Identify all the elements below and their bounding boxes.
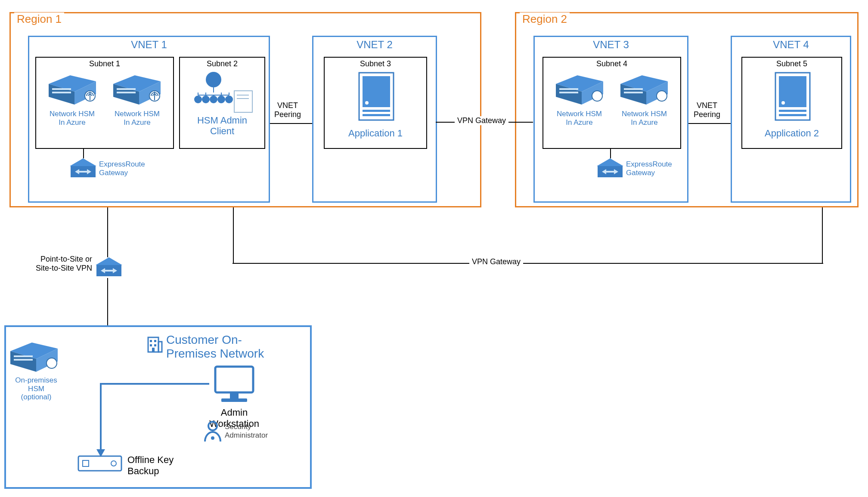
- connector-line: [232, 262, 823, 264]
- hsm-1b-caption: Network HSM In Azure: [115, 110, 160, 127]
- svg-point-18: [217, 96, 225, 103]
- vpn-gateway-2-label: VPN Gateway: [469, 257, 523, 266]
- vnet-4: VNET 4 Subnet 5 Application 2: [731, 36, 851, 203]
- svg-rect-77: [221, 398, 247, 402]
- svg-rect-71: [14, 355, 33, 357]
- gateway-icon: [94, 256, 124, 278]
- connector-line: [107, 278, 108, 325]
- subnet-4-label: Subnet 4: [543, 59, 680, 68]
- building-icon: [146, 334, 163, 353]
- svg-point-73: [46, 358, 57, 368]
- connector-line: [232, 207, 234, 263]
- vnet-peering-1-label: VNET Peering: [274, 101, 301, 119]
- customer-onprem-network: Customer On- Premises Network On-premise…: [4, 325, 312, 489]
- svg-point-40: [657, 91, 667, 101]
- svg-point-8: [206, 72, 221, 87]
- svg-point-49: [781, 101, 785, 105]
- svg-rect-51: [779, 114, 806, 116]
- svg-rect-35: [559, 88, 578, 90]
- subnet-3-label: Subnet 3: [325, 59, 426, 68]
- gateway-icon: [595, 157, 625, 179]
- svg-marker-41: [597, 158, 623, 166]
- subnet-5: Subnet 5 Application 2: [741, 57, 842, 149]
- app-1-caption: Application 1: [325, 128, 426, 139]
- svg-point-15: [194, 96, 202, 103]
- subnet-3: Subnet 3 Application 1: [324, 57, 427, 149]
- subnet-4: Subnet 4: [542, 57, 681, 149]
- hsm-1a-caption: Network HSM In Azure: [50, 110, 95, 127]
- svg-rect-0: [52, 88, 71, 90]
- connector-line: [83, 149, 84, 158]
- svg-rect-70: [158, 342, 162, 352]
- hsm-4b-caption: Network HSM In Azure: [622, 110, 667, 127]
- svg-rect-1: [52, 92, 71, 93]
- svg-point-37: [592, 91, 602, 101]
- vnet-1: VNET 1 Subnet 1: [28, 36, 270, 203]
- connector-line: [270, 123, 312, 124]
- svg-point-16: [202, 96, 210, 103]
- svg-rect-5: [117, 92, 136, 93]
- gateway-icon: [68, 157, 98, 179]
- svg-marker-23: [70, 158, 96, 166]
- app-icon: [350, 71, 401, 126]
- vnet-2: VNET 2 Subnet 3 Application 1: [312, 36, 437, 203]
- svg-rect-38: [624, 88, 643, 90]
- svg-marker-83: [96, 449, 105, 457]
- svg-rect-65: [150, 340, 152, 342]
- svg-rect-67: [150, 344, 152, 346]
- subnet-5-label: Subnet 5: [742, 59, 841, 68]
- svg-marker-58: [96, 257, 122, 265]
- workflow-arrow: [93, 383, 214, 465]
- svg-rect-45: [606, 171, 614, 173]
- subnet-1: Subnet 1: [35, 57, 174, 149]
- svg-rect-33: [363, 114, 390, 116]
- er-gateway-2-label: ExpressRoute Gateway: [626, 160, 672, 177]
- svg-rect-62: [105, 270, 113, 272]
- region-2: Region 2 VNET 3 Subnet 4: [515, 12, 859, 207]
- workstation-icon: [208, 364, 260, 405]
- vnet-peering-2-label: VNET Peering: [694, 101, 720, 119]
- app-icon: [766, 71, 818, 126]
- security-admin-label: Security Administrator: [225, 423, 268, 440]
- region-2-label: Region 2: [520, 12, 570, 26]
- subnet-2: Subnet 2 HSM Admin Client: [179, 57, 265, 149]
- p2s-vpn-label: Point-to-Site or Site-to-Site VPN: [12, 255, 92, 273]
- vpn-gateway-1-label: VPN Gateway: [455, 116, 508, 125]
- server-icon: [40, 71, 169, 108]
- svg-rect-4: [117, 88, 136, 90]
- connector-line: [107, 207, 108, 257]
- svg-rect-66: [154, 340, 156, 342]
- svg-rect-68: [154, 344, 156, 346]
- region-1-label: Region 1: [14, 12, 64, 26]
- region-1: Region 1 VNET 1 Subnet 1: [9, 12, 481, 207]
- connector-line: [688, 123, 731, 124]
- loadbalancer-icon: [183, 70, 261, 113]
- vnet-3: VNET 3 Subnet 4: [533, 36, 688, 203]
- svg-point-19: [225, 96, 233, 103]
- vnet-3-label: VNET 3: [535, 39, 687, 51]
- server-icon: [10, 338, 62, 375]
- svg-rect-20: [234, 91, 252, 112]
- hsm-4a-caption: Network HSM In Azure: [557, 110, 602, 127]
- svg-point-17: [210, 96, 217, 103]
- svg-rect-75: [219, 370, 250, 389]
- svg-rect-69: [152, 348, 155, 352]
- svg-rect-36: [559, 92, 578, 93]
- svg-rect-50: [779, 110, 806, 112]
- subnet-2-label: Subnet 2: [180, 59, 264, 68]
- er-gateway-1-label: ExpressRoute Gateway: [99, 160, 145, 177]
- svg-rect-32: [363, 110, 390, 112]
- hsm-admin-client-caption: HSM Admin Client: [180, 115, 264, 137]
- server-icon: [547, 71, 676, 108]
- vnet-4-label: VNET 4: [732, 39, 850, 51]
- svg-rect-27: [79, 171, 87, 173]
- app-2-caption: Application 2: [742, 128, 841, 139]
- vnet-2-label: VNET 2: [313, 39, 436, 51]
- svg-rect-72: [14, 359, 33, 361]
- connector-line: [610, 149, 611, 158]
- svg-rect-76: [230, 392, 239, 398]
- vnet-1-label: VNET 1: [29, 39, 269, 51]
- connector-line: [822, 207, 823, 263]
- svg-point-31: [365, 101, 369, 105]
- onprem-hsm-caption: On-premises HSM (optional): [12, 376, 60, 401]
